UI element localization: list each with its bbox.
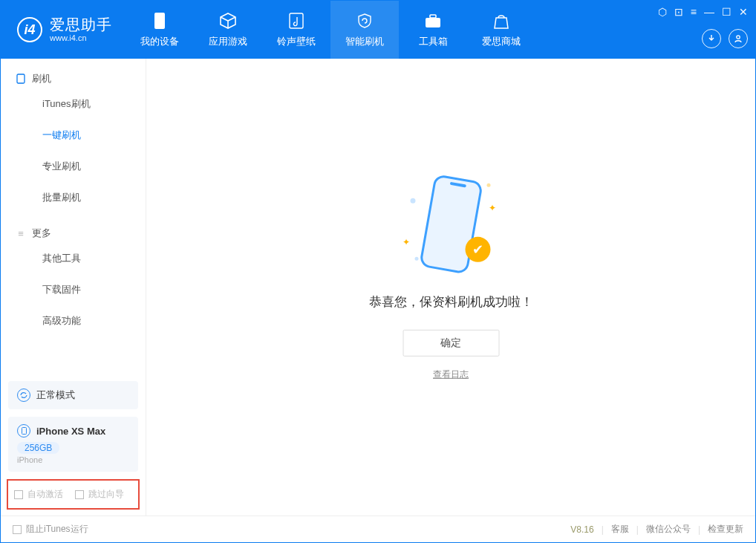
download-icon[interactable] [702, 29, 721, 48]
checkbox-icon [14, 490, 23, 499]
sidebar-item-itunes-flash[interactable]: iTunes刷机 [1, 88, 146, 120]
sidebar-item-oneclick-flash[interactable]: 一键刷机 [1, 120, 146, 151]
checkbox-skip-guide[interactable]: 跳过向导 [75, 488, 124, 501]
phone-small-icon [17, 424, 30, 438]
tab-toolbox[interactable]: 工具箱 [399, 1, 467, 59]
mode-box-normal[interactable]: 正常模式 [8, 381, 138, 409]
music-icon [287, 11, 306, 30]
section-title: 刷机 [32, 72, 51, 85]
window-controls: ⬡ ⊡ ≡ ― ☐ ✕ [658, 1, 755, 59]
svg-rect-2 [426, 18, 440, 27]
bag-icon [492, 11, 511, 30]
shirt-icon[interactable]: ⬡ [658, 6, 667, 18]
checkbox-auto-activate[interactable]: 自动激活 [14, 488, 63, 501]
support-link[interactable]: 客服 [611, 523, 629, 536]
svg-rect-6 [22, 428, 26, 435]
maximize-button[interactable]: ☐ [722, 6, 731, 18]
cube-icon [218, 11, 238, 30]
sidebar-section-more: ≡ 更多 [1, 227, 146, 243]
phone-icon [150, 11, 169, 30]
device-icon [16, 74, 26, 84]
device-name: iPhone XS Max [36, 426, 105, 437]
ok-button[interactable]: 确定 [403, 329, 499, 356]
tab-apps-games[interactable]: 应用游戏 [194, 1, 262, 59]
tab-label: 爱思商城 [482, 35, 521, 48]
section-title: 更多 [32, 227, 51, 240]
tab-smart-flash[interactable]: 智能刷机 [330, 1, 399, 59]
tab-my-device[interactable]: 我的设备 [126, 1, 194, 59]
checkbox-block-itunes[interactable]: 阻止iTunes运行 [13, 523, 88, 536]
tab-store[interactable]: 爱思商城 [467, 1, 535, 59]
svg-point-4 [737, 36, 740, 39]
checkbox-icon [75, 490, 84, 499]
main-content: ✦✦ ✔ 恭喜您，保资料刷机成功啦！ 确定 查看日志 [146, 59, 755, 516]
tab-label: 工具箱 [419, 35, 448, 48]
sync-icon [17, 388, 30, 402]
list-icon: ≡ [16, 228, 26, 238]
checkbox-icon [13, 525, 22, 534]
svg-rect-0 [154, 13, 165, 29]
device-box[interactable]: iPhone XS Max 256GB iPhone [8, 417, 138, 472]
sidebar-item-download-firmware[interactable]: 下载固件 [1, 274, 146, 305]
tab-label: 智能刷机 [345, 35, 384, 48]
device-type: iPhone [17, 455, 129, 464]
tab-label: 应用游戏 [209, 35, 247, 48]
version-label: V8.16 [570, 524, 593, 535]
success-check-icon: ✔ [465, 236, 490, 261]
sidebar-item-pro-flash[interactable]: 专业刷机 [1, 151, 146, 182]
device-storage: 256GB [17, 442, 59, 454]
user-icon[interactable] [729, 29, 748, 48]
brand-subtitle: www.i4.cn [50, 33, 112, 43]
options-highlight: 自动激活 跳过向导 [7, 479, 140, 510]
svg-rect-3 [430, 15, 436, 18]
sidebar-item-advanced[interactable]: 高级功能 [1, 305, 146, 336]
success-message: 恭喜您，保资料刷机成功啦！ [369, 293, 533, 310]
tab-ringtones-wallpapers[interactable]: 铃声壁纸 [262, 1, 330, 59]
menu-icon[interactable]: ≡ [691, 6, 697, 18]
nav-tabs: 我的设备 应用游戏 铃声壁纸 智能刷机 工具箱 爱思商城 [126, 1, 658, 59]
svg-rect-5 [17, 74, 25, 83]
success-illustration: ✦✦ ✔ [395, 168, 506, 279]
brand-title: 爱思助手 [50, 16, 112, 33]
sidebar-item-other-tools[interactable]: 其他工具 [1, 243, 146, 274]
footer: 阻止iTunes运行 V8.16 | 客服 | 微信公众号 | 检查更新 [1, 516, 755, 542]
toolbox-icon [423, 11, 443, 30]
tab-label: 我的设备 [140, 35, 179, 48]
sidebar-section-flash: 刷机 [1, 72, 146, 88]
header: i4 爱思助手 www.i4.cn 我的设备 应用游戏 铃声壁纸 智能刷机 工具… [1, 1, 755, 59]
view-log-link[interactable]: 查看日志 [433, 368, 469, 380]
brand-logo-icon: i4 [17, 17, 42, 42]
mode-label: 正常模式 [36, 388, 75, 402]
sidebar-item-batch-flash[interactable]: 批量刷机 [1, 182, 146, 213]
feedback-icon[interactable]: ⊡ [674, 6, 683, 18]
minimize-button[interactable]: ― [704, 6, 714, 18]
tab-label: 铃声壁纸 [277, 35, 316, 48]
refresh-shield-icon [355, 11, 374, 30]
brand: i4 爱思助手 www.i4.cn [1, 1, 126, 59]
sidebar: 刷机 iTunes刷机 一键刷机 专业刷机 批量刷机 ≡ 更多 其他工具 下载固… [1, 59, 146, 516]
close-button[interactable]: ✕ [739, 6, 748, 18]
check-update-link[interactable]: 检查更新 [708, 523, 743, 536]
wechat-link[interactable]: 微信公众号 [646, 523, 691, 536]
